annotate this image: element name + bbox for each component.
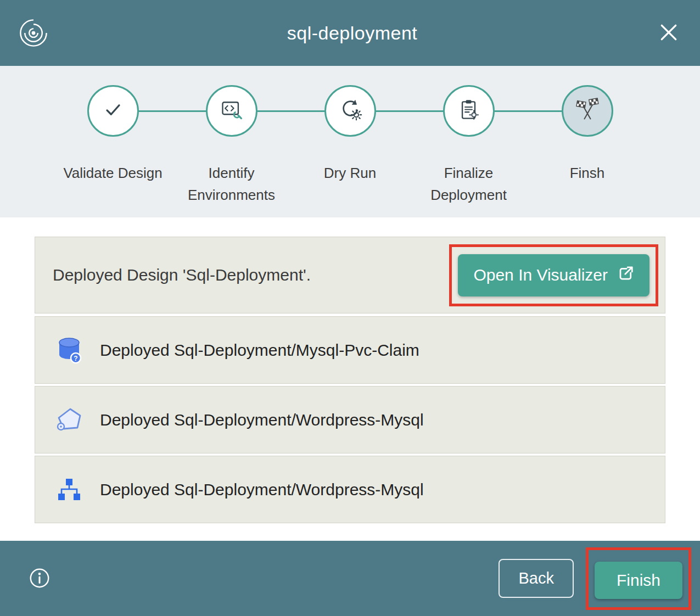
step-dry-run: Dry Run [291, 85, 410, 206]
step-circle [324, 85, 376, 137]
database-icon: ? [55, 336, 83, 365]
progress-stepper: Validate Design Identify Environments [0, 66, 700, 217]
deployed-row-text: Deployed Sql-Deployment/Wordpress-Mysql [100, 480, 424, 499]
info-icon [28, 583, 51, 591]
step-circle [87, 85, 139, 137]
svg-text:?: ? [74, 354, 77, 362]
open-in-visualizer-button[interactable]: Open In Visualizer [458, 254, 649, 296]
step-label: Finalize Deployment [417, 162, 521, 206]
annotation-highlight-finish: Finish [586, 547, 691, 610]
step-label: Validate Design [63, 162, 162, 184]
deployed-design-card: Deployed Design 'Sql-Deployment'. Open I… [35, 237, 665, 313]
modal-footer: Back Finish [0, 541, 700, 616]
deployed-design-message: Deployed Design 'Sql-Deployment'. [53, 266, 311, 284]
deployed-row-wordpress-mysql-2: Deployed Sql-Deployment/Wordpress-Mysql [35, 456, 665, 523]
check-icon [101, 98, 125, 124]
deployed-row-wordpress-mysql-1: Deployed Sql-Deployment/Wordpress-Mysql [35, 386, 665, 453]
modal-header: sql-deployment [0, 0, 700, 66]
step-label: Identify Environments [180, 162, 284, 206]
open-in-visualizer-label: Open In Visualizer [473, 266, 608, 284]
clipboard-gear-icon [457, 98, 481, 124]
step-finish: Finsh [528, 85, 647, 206]
deployed-row-mysql-pvc-claim: ? Deployed Sql-Deployment/Mysql-Pvc-Clai… [35, 316, 665, 384]
hierarchy-icon [55, 475, 83, 504]
step-finalize-deployment: Finalize Deployment [410, 85, 528, 206]
step-circle [562, 85, 613, 137]
dry-run-icon [338, 98, 362, 124]
step-circle [206, 85, 257, 137]
step-label: Dry Run [324, 162, 376, 184]
deployed-row-text: Deployed Sql-Deployment/Wordpress-Mysql [100, 411, 424, 429]
code-wrench-icon [220, 98, 244, 124]
step-identify-environments: Identify Environments [172, 85, 291, 206]
results-panel: Deployed Design 'Sql-Deployment'. Open I… [0, 217, 700, 541]
deployed-row-text: Deployed Sql-Deployment/Mysql-Pvc-Claim [100, 341, 419, 360]
info-button[interactable] [27, 567, 52, 591]
step-label: Finsh [570, 162, 605, 184]
checkered-flags-icon [575, 98, 600, 124]
meshery-logo [19, 18, 48, 48]
annotation-highlight-visualizer: Open In Visualizer [449, 244, 658, 306]
finish-button[interactable]: Finish [595, 562, 682, 599]
close-button[interactable] [656, 20, 681, 46]
back-button[interactable]: Back [499, 559, 573, 598]
deployment-wizard-modal: sql-deployment Validate Desi [0, 0, 700, 616]
pentagon-icon [55, 406, 83, 434]
step-circle [443, 85, 495, 137]
step-validate-design: Validate Design [54, 85, 172, 206]
modal-title: sql-deployment [48, 23, 656, 44]
external-link-icon [618, 265, 634, 285]
close-icon [658, 22, 679, 44]
